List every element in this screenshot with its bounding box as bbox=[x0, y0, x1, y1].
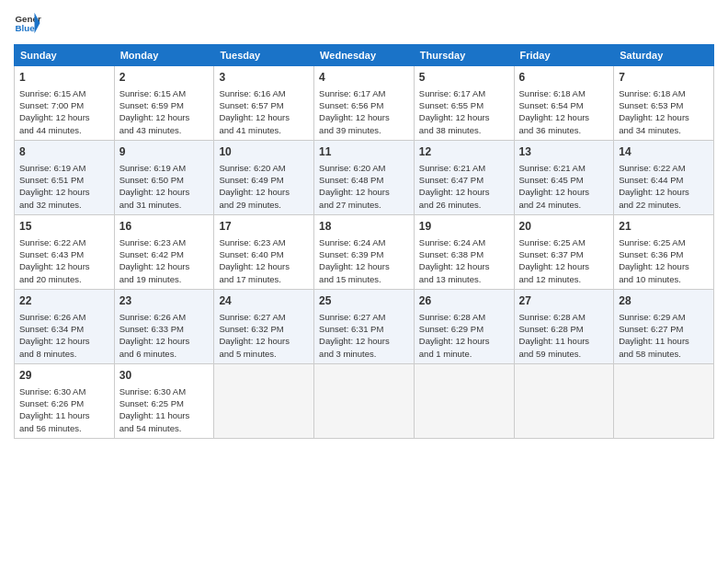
day-info-line: and 20 minutes. bbox=[19, 273, 109, 285]
day-number: 10 bbox=[219, 144, 309, 160]
day-info-line: Sunrise: 6:26 AM bbox=[19, 311, 109, 323]
table-row: 29Sunrise: 6:30 AMSunset: 6:26 PMDayligh… bbox=[15, 363, 115, 438]
calendar-header-row: Sunday Monday Tuesday Wednesday Thursday… bbox=[15, 45, 714, 66]
day-number: 8 bbox=[19, 144, 109, 160]
day-number: 22 bbox=[19, 293, 109, 309]
day-info-line: Daylight: 12 hours bbox=[119, 111, 210, 123]
day-info-line: Sunset: 6:43 PM bbox=[19, 248, 109, 260]
day-info-line: Sunset: 6:59 PM bbox=[119, 99, 210, 111]
svg-text:Blue: Blue bbox=[16, 23, 36, 33]
day-info-line: and 26 minutes. bbox=[419, 199, 509, 211]
day-info-line: Sunrise: 6:24 AM bbox=[419, 236, 509, 248]
table-row: 23Sunrise: 6:26 AMSunset: 6:33 PMDayligh… bbox=[114, 289, 214, 363]
table-row: 27Sunrise: 6:28 AMSunset: 6:28 PMDayligh… bbox=[514, 289, 614, 363]
day-info-line: Daylight: 12 hours bbox=[219, 335, 309, 347]
day-info-line: Sunrise: 6:20 AM bbox=[319, 162, 409, 174]
day-info-line: Sunset: 6:54 PM bbox=[519, 99, 609, 111]
day-info-line: Daylight: 12 hours bbox=[319, 335, 409, 347]
day-info-line: Sunset: 6:26 PM bbox=[19, 397, 109, 409]
table-row: 2Sunrise: 6:15 AMSunset: 6:59 PMDaylight… bbox=[114, 66, 214, 141]
day-info-line: Sunset: 6:34 PM bbox=[19, 323, 109, 335]
day-info-line: Sunrise: 6:28 AM bbox=[419, 311, 509, 323]
day-info-line: Daylight: 12 hours bbox=[319, 111, 409, 123]
table-row: 14Sunrise: 6:22 AMSunset: 6:44 PMDayligh… bbox=[614, 140, 714, 214]
day-info-line: Sunrise: 6:18 AM bbox=[519, 87, 609, 99]
day-number: 18 bbox=[319, 219, 409, 235]
col-tuesday: Tuesday bbox=[214, 45, 314, 66]
table-row: 22Sunrise: 6:26 AMSunset: 6:34 PMDayligh… bbox=[15, 289, 115, 363]
day-info-line: Daylight: 12 hours bbox=[219, 111, 309, 123]
logo-icon: General Blue bbox=[14, 9, 41, 37]
day-info-line: and 19 minutes. bbox=[119, 273, 210, 285]
day-info-line: Daylight: 12 hours bbox=[419, 111, 509, 123]
day-info-line: Sunset: 6:37 PM bbox=[519, 248, 609, 260]
day-number: 23 bbox=[119, 293, 210, 309]
day-info-line: and 13 minutes. bbox=[419, 273, 509, 285]
table-row bbox=[214, 363, 314, 438]
day-number: 7 bbox=[619, 70, 709, 86]
day-info-line: Daylight: 12 hours bbox=[19, 335, 109, 347]
day-info-line: Sunrise: 6:24 AM bbox=[319, 236, 409, 248]
day-info-line: Daylight: 12 hours bbox=[419, 260, 509, 272]
day-info-line: Sunset: 6:42 PM bbox=[119, 248, 210, 260]
day-number: 30 bbox=[119, 368, 210, 384]
day-info-line: Sunset: 6:25 PM bbox=[119, 397, 210, 409]
table-row: 7Sunrise: 6:18 AMSunset: 6:53 PMDaylight… bbox=[614, 66, 714, 141]
day-info-line: and 41 minutes. bbox=[219, 124, 309, 136]
day-number: 1 bbox=[19, 70, 109, 86]
day-info-line: and 58 minutes. bbox=[619, 348, 709, 360]
day-info-line: Sunrise: 6:25 AM bbox=[519, 236, 609, 248]
day-number: 27 bbox=[519, 293, 609, 309]
day-number: 28 bbox=[619, 293, 709, 309]
day-info-line: and 17 minutes. bbox=[219, 273, 309, 285]
day-info-line: Sunset: 6:44 PM bbox=[619, 174, 709, 186]
day-info-line: Sunrise: 6:17 AM bbox=[419, 87, 509, 99]
day-info-line: Daylight: 12 hours bbox=[19, 186, 109, 198]
day-info-line: and 15 minutes. bbox=[319, 273, 409, 285]
day-info-line: Sunrise: 6:20 AM bbox=[219, 162, 309, 174]
day-info-line: Sunset: 6:57 PM bbox=[219, 99, 309, 111]
table-row: 28Sunrise: 6:29 AMSunset: 6:27 PMDayligh… bbox=[614, 289, 714, 363]
day-number: 5 bbox=[419, 70, 509, 86]
col-sunday: Sunday bbox=[15, 45, 115, 66]
day-info-line: Sunset: 6:31 PM bbox=[319, 323, 409, 335]
table-row: 10Sunrise: 6:20 AMSunset: 6:49 PMDayligh… bbox=[214, 140, 314, 214]
day-info-line: Sunrise: 6:27 AM bbox=[219, 311, 309, 323]
day-info-line: Sunrise: 6:18 AM bbox=[619, 87, 709, 99]
day-info-line: and 36 minutes. bbox=[519, 124, 609, 136]
day-info-line: Sunrise: 6:26 AM bbox=[119, 311, 210, 323]
calendar-week-row: 15Sunrise: 6:22 AMSunset: 6:43 PMDayligh… bbox=[15, 214, 714, 289]
day-info-line: Daylight: 12 hours bbox=[619, 111, 709, 123]
table-row: 24Sunrise: 6:27 AMSunset: 6:32 PMDayligh… bbox=[214, 289, 314, 363]
day-info-line: Sunset: 6:45 PM bbox=[519, 174, 609, 186]
day-info-line: and 27 minutes. bbox=[319, 199, 409, 211]
day-info-line: Daylight: 12 hours bbox=[619, 260, 709, 272]
day-info-line: Sunrise: 6:15 AM bbox=[119, 87, 210, 99]
day-info-line: Daylight: 12 hours bbox=[219, 186, 309, 198]
day-info-line: Sunrise: 6:16 AM bbox=[219, 87, 309, 99]
day-info-line: Sunset: 6:56 PM bbox=[319, 99, 409, 111]
day-info-line: Sunset: 6:36 PM bbox=[619, 248, 709, 260]
day-info-line: Sunset: 6:49 PM bbox=[219, 174, 309, 186]
day-info-line: Sunrise: 6:30 AM bbox=[19, 385, 109, 397]
page-container: General Blue Sunday Monday Tuesday Wedne… bbox=[0, 0, 728, 448]
day-number: 9 bbox=[119, 144, 210, 160]
logo: General Blue bbox=[14, 9, 41, 37]
day-info-line: and 43 minutes. bbox=[119, 124, 210, 136]
day-info-line: Sunrise: 6:17 AM bbox=[319, 87, 409, 99]
day-info-line: and 29 minutes. bbox=[219, 199, 309, 211]
day-info-line: Sunrise: 6:22 AM bbox=[619, 162, 709, 174]
day-info-line: Sunset: 6:38 PM bbox=[419, 248, 509, 260]
day-info-line: Daylight: 12 hours bbox=[519, 186, 609, 198]
day-info-line: Daylight: 11 hours bbox=[619, 335, 709, 347]
day-info-line: Daylight: 12 hours bbox=[319, 260, 409, 272]
col-friday: Friday bbox=[514, 45, 614, 66]
table-row: 18Sunrise: 6:24 AMSunset: 6:39 PMDayligh… bbox=[314, 214, 415, 289]
day-info-line: Sunrise: 6:30 AM bbox=[119, 385, 210, 397]
day-info-line: Sunset: 6:40 PM bbox=[219, 248, 309, 260]
day-info-line: and 10 minutes. bbox=[619, 273, 709, 285]
day-info-line: and 38 minutes. bbox=[419, 124, 509, 136]
day-info-line: Daylight: 12 hours bbox=[419, 186, 509, 198]
day-number: 24 bbox=[219, 293, 309, 309]
table-row bbox=[314, 363, 415, 438]
